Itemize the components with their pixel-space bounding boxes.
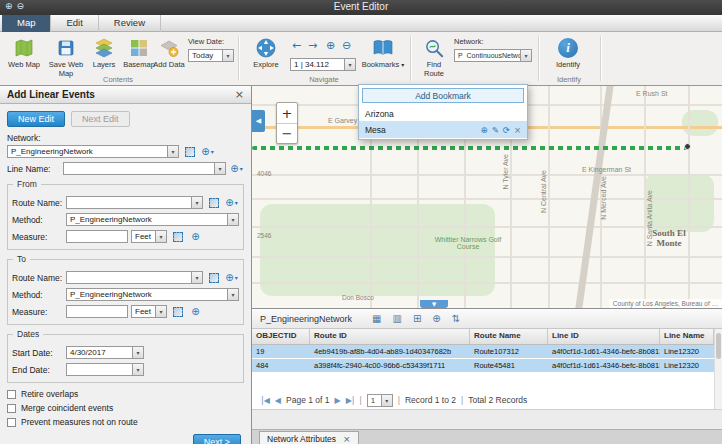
line-name-select[interactable]: ▾ [63, 162, 226, 175]
from-measure-input[interactable] [66, 230, 128, 243]
zoom-tool-icon[interactable]: ⊕ [188, 305, 203, 318]
record-total: Total 2 Records [468, 395, 527, 405]
bookmarks-icon [360, 35, 406, 61]
save-icon [45, 35, 87, 61]
table-options-icon[interactable]: ▦ [372, 313, 381, 324]
bookmark-item-mesa[interactable]: Mesa ⊕ ✎ ⟳ × [359, 121, 527, 138]
bookmark-zoom-icon[interactable]: ⊕ [481, 125, 488, 135]
tab-edit[interactable]: Edit [51, 15, 98, 32]
zoom-in-icon[interactable]: ⊕ [326, 39, 335, 52]
to-route-name-select[interactable]: ▾ [66, 271, 203, 284]
merge-coincident-row: Merge coincident events [7, 403, 244, 413]
tab-map[interactable]: Map [2, 15, 51, 32]
measure-label: Measure: [12, 307, 66, 317]
road [252, 174, 722, 176]
from-route-name-select[interactable]: ▾ [66, 196, 203, 209]
golf-course-label: Whittier Narrows Golf Course [428, 236, 508, 250]
start-date-input[interactable]: 4/30/2017▾ [66, 346, 144, 359]
column-header[interactable]: Line ID [548, 329, 660, 344]
street-label: N Santa Anita Ave [646, 190, 653, 246]
table-collapse-tab[interactable]: ▼ [420, 300, 448, 308]
new-edit-button[interactable]: New Edit [7, 111, 65, 127]
merge-coincident-checkbox[interactable] [7, 404, 16, 413]
zoom-tool-icon[interactable]: ⊕ [188, 230, 203, 243]
from-unit-select[interactable]: Feet▾ [131, 230, 167, 243]
next-edit-button[interactable]: Next Edit [71, 111, 130, 127]
pick-measure-icon[interactable] [170, 305, 185, 318]
zoom-to-selection-icon[interactable]: ⊕ [432, 313, 440, 324]
close-icon[interactable]: × [343, 434, 351, 444]
dropdown-icon: ▾ [344, 59, 355, 70]
page-select[interactable]: 1 ▾ [367, 394, 393, 407]
tab-review[interactable]: Review [99, 15, 161, 32]
add-bookmark-button[interactable]: Add Bookmark [362, 88, 524, 103]
road [252, 256, 722, 258]
map-zoom-out-button[interactable]: − [277, 123, 297, 143]
show-selected-records-icon[interactable]: ▥ [393, 313, 402, 324]
identify-button[interactable]: i Identify [546, 35, 590, 70]
zoom-tool-icon[interactable]: ⊕▾ [224, 271, 239, 284]
previous-page-icon[interactable]: ◀ [275, 396, 281, 405]
from-group: From Route Name: ▾ ⊕▾ Method: P_Engineer… [7, 184, 244, 250]
bookmark-item-arizona[interactable]: Arizona [359, 106, 527, 121]
zoom-out-icon[interactable]: ⊖ [342, 39, 351, 52]
prevent-measures-checkbox[interactable] [7, 418, 16, 427]
attribute-table-panel: P_EngineeringNetwork ▦ ▥ ⊞ ⊕ ⇅ OBJECTID … [252, 308, 722, 444]
select-on-map-icon[interactable] [182, 145, 197, 158]
bookmarks-button[interactable]: Bookmarks ▾ [360, 35, 406, 70]
tab-network-attributes[interactable]: Network Attributes × [259, 431, 359, 444]
bookmark-refresh-icon[interactable]: ⟳ [503, 125, 510, 135]
close-icon[interactable]: × [235, 88, 244, 101]
network-select[interactable]: P_EngineeringNetwork ▾ [7, 145, 179, 158]
select-on-map-icon[interactable] [206, 196, 221, 209]
from-method-select[interactable]: P_EngineeringNetwork▾ [66, 213, 239, 226]
road [688, 86, 690, 308]
retire-overlaps-row: Retire overlaps [7, 389, 244, 399]
view-date-field: View Date: Today ▾ [188, 37, 234, 62]
to-unit-select[interactable]: Feet▾ [131, 305, 167, 318]
freeway [572, 86, 615, 308]
retire-overlaps-checkbox[interactable] [7, 390, 16, 399]
ribbon-divider [410, 36, 411, 81]
view-date-select[interactable]: Today ▾ [188, 49, 234, 62]
pick-measure-icon[interactable] [170, 230, 185, 243]
map-zoom-in-button[interactable]: + [277, 103, 297, 123]
measure-label: Measure: [12, 232, 66, 242]
zoom-tool-icon[interactable]: ⊕▾ [200, 145, 215, 158]
route-network-select[interactable]: P_ContinuousNetwork ▾ [454, 49, 532, 62]
previous-extent-icon[interactable]: ← [292, 39, 301, 52]
record-range: Record 1 to 2 [405, 395, 456, 405]
zoom-tool-icon[interactable]: ⊕▾ [229, 162, 244, 175]
street-label: N Central Ave [540, 170, 547, 213]
table-row[interactable]: 484 a398f4fc-2940-4c00-96b6-c53439f1711 … [252, 359, 714, 373]
next-page-icon[interactable]: ▶ [335, 396, 341, 405]
explore-button[interactable]: Explore [246, 35, 286, 70]
add-data-button[interactable]: Add Data [150, 35, 188, 70]
table-row[interactable]: 19 4eb9419b-af8b-4d04-ab89-1d40347682b R… [252, 345, 714, 359]
to-measure-input[interactable] [66, 305, 128, 318]
next-extent-icon[interactable]: → [308, 39, 317, 52]
to-method-select[interactable]: P_EngineeringNetwork▾ [66, 288, 239, 301]
column-header[interactable]: Route ID [310, 329, 470, 344]
route-name-label: Route Name: [12, 273, 66, 283]
prevent-measures-row: Prevent measures not on route [7, 417, 244, 427]
bookmark-edit-icon[interactable]: ✎ [492, 125, 499, 135]
next-button[interactable]: Next > [193, 434, 241, 444]
layers-button[interactable]: Layers [87, 35, 121, 70]
last-page-icon[interactable]: ▶| [346, 396, 355, 405]
switch-selection-icon[interactable]: ⇅ [452, 313, 460, 324]
web-map-button[interactable]: Web Map [4, 35, 44, 70]
end-date-input[interactable]: ▾ [66, 363, 144, 376]
save-web-map-button[interactable]: Save Web Map [45, 35, 87, 78]
find-route-button[interactable]: Find Route [416, 35, 452, 78]
column-header[interactable]: Route Name [470, 329, 548, 344]
map-scale-input[interactable]: 1 | 34.112 ▾ [290, 58, 356, 71]
panel-collapse-handle[interactable]: ◀ [252, 110, 265, 132]
first-page-icon[interactable]: |◀ [261, 396, 270, 405]
select-on-map-icon[interactable] [206, 271, 221, 284]
column-header[interactable]: Line Name [660, 329, 714, 344]
clear-selection-icon[interactable]: ⊞ [413, 313, 421, 324]
bookmark-delete-icon[interactable]: × [514, 125, 521, 135]
zoom-tool-icon[interactable]: ⊕▾ [224, 196, 239, 209]
column-header[interactable]: OBJECTID [252, 329, 310, 344]
